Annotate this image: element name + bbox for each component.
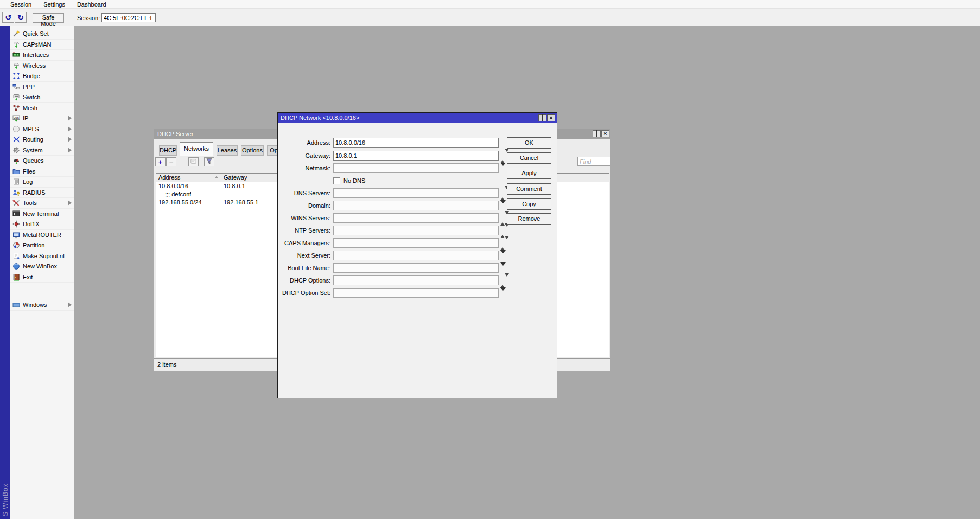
session-input[interactable] (101, 13, 156, 22)
antenna-icon (12, 41, 20, 48)
sidebar-item-files[interactable]: Files (10, 166, 74, 177)
tab-leases[interactable]: Leases (217, 145, 238, 156)
sidebar-item-routing[interactable]: Routing (10, 134, 74, 145)
sidebar-item-wireless[interactable]: Wireless (10, 61, 74, 72)
add-button[interactable]: + (155, 157, 166, 166)
sidebar-item-label: New WinBox (23, 263, 57, 270)
dropdown-control[interactable] (500, 291, 506, 295)
tab-options[interactable]: Options (241, 145, 264, 156)
netmask-input[interactable] (333, 163, 499, 173)
sidebar-gap (10, 283, 74, 300)
sidebar-item-mpls[interactable]: MPLS (10, 124, 74, 135)
sidebar-item-partition[interactable]: Partition (10, 240, 74, 251)
sidebar-item-make-supout[interactable]: Make Supout.rif (10, 251, 74, 262)
address-input[interactable] (333, 138, 499, 148)
sidebar-item-radius[interactable]: RADIUS (10, 188, 74, 198)
spinner-control[interactable] (500, 214, 506, 222)
field-label: WINS Servers: (278, 213, 330, 223)
items-count: 2 items (157, 361, 176, 368)
spinner-control[interactable] (500, 239, 506, 247)
spinner-up-icon (500, 152, 505, 163)
no-dns-checkbox[interactable] (333, 177, 340, 184)
sidebar-item-label: Files (23, 168, 35, 175)
wins-servers-input[interactable] (333, 213, 499, 223)
gateway-input[interactable] (333, 151, 499, 161)
spinner-control[interactable] (500, 189, 506, 197)
sidebar-item-system[interactable]: System (10, 145, 74, 156)
close-button[interactable]: × (547, 114, 555, 121)
sidebar-item-queues[interactable]: Queues (10, 156, 74, 166)
tab-networks[interactable]: Networks (180, 142, 213, 156)
sidebar-item-metarouter[interactable]: MetaROUTER (10, 230, 74, 241)
ntp-servers-input[interactable] (333, 226, 499, 235)
spinner-control[interactable] (500, 226, 506, 235)
sidebar-item-label: Mesh (23, 105, 37, 111)
maximize-button[interactable] (538, 114, 546, 121)
globe-icon (12, 262, 20, 270)
sidebar-item-dot1x[interactable]: Dot1X (10, 219, 74, 230)
sidebar-item-quick-set[interactable]: Quick Set (10, 29, 74, 40)
tools-icon (12, 199, 20, 207)
sidebar-item-switch[interactable]: Switch (10, 92, 74, 103)
sidebar-item-exit[interactable]: Exit (10, 272, 74, 283)
tab-dhcp[interactable]: DHCP (159, 145, 177, 156)
dialog-titlebar[interactable]: DHCP Network <10.8.0.0/16> × (278, 113, 557, 123)
sidebar-item-capsman[interactable]: CAPsMAN (10, 40, 74, 50)
sidebar-item-label: PPP (23, 84, 35, 90)
interface-icon (12, 51, 20, 59)
remove-button[interactable]: Remove (507, 213, 551, 225)
dhcp-option-set-input[interactable] (333, 288, 499, 298)
sidebar-item-mesh[interactable]: Mesh (10, 103, 74, 114)
sidebar-item-log[interactable]: Log (10, 177, 74, 188)
monitor-icon (12, 231, 20, 239)
sidebar-item-label: New Terminal (23, 210, 59, 217)
column-header-label: Address (158, 174, 180, 181)
spinner-control[interactable] (500, 276, 506, 285)
remove-button[interactable]: − (166, 157, 176, 166)
dns-servers-input[interactable] (333, 188, 499, 198)
domain-input[interactable] (333, 201, 499, 210)
sidebar-item-label: Dot1X (23, 221, 40, 227)
spinner-up-icon (500, 214, 505, 226)
find-input[interactable] (577, 157, 610, 166)
field-label: Domain: (278, 201, 330, 210)
sidebar-item-ppp[interactable]: PPP (10, 82, 74, 93)
sidebar-item-label: System (23, 147, 43, 153)
sidebar-item-bridge[interactable]: Bridge (10, 71, 74, 82)
sidebar-item-interfaces[interactable]: Interfaces (10, 50, 74, 61)
safe-mode-button[interactable]: Safe Mode (33, 13, 64, 23)
comment-button[interactable] (188, 157, 199, 166)
menu-dashboard[interactable]: Dashboard (71, 0, 112, 9)
redo-button[interactable]: ↻ (15, 12, 27, 23)
menu-settings[interactable]: Settings (37, 0, 71, 9)
filter-button[interactable] (204, 157, 214, 166)
sidebar-item-tools[interactable]: Tools (10, 198, 74, 209)
submenu-arrow-icon (68, 148, 72, 152)
column-header-address[interactable]: Address (156, 174, 221, 182)
undo-button[interactable]: ↺ (2, 12, 14, 23)
sidebar-item-windows[interactable]: Windows (10, 300, 74, 311)
apply-button[interactable]: Apply (507, 168, 551, 179)
copy-button[interactable]: Copy (507, 198, 551, 210)
cancel-button[interactable]: Cancel (507, 152, 551, 164)
spinner-control[interactable] (500, 151, 506, 160)
dropdown-control[interactable] (500, 253, 506, 258)
dropdown-control[interactable] (500, 203, 506, 208)
dhcp-options-input[interactable] (333, 275, 499, 285)
dropdown-control[interactable] (500, 266, 506, 270)
next-server-input[interactable] (333, 251, 499, 260)
sidebar-item-ip[interactable]: 255 IP (10, 113, 74, 124)
maximize-button[interactable] (593, 130, 601, 137)
field-label: Netmask: (278, 163, 330, 173)
boot-file-name-input[interactable] (333, 263, 499, 273)
ok-button[interactable]: OK (507, 137, 551, 149)
sidebar-item-new-winbox[interactable]: New WinBox (10, 261, 74, 272)
brand-vertical-text: S WinBox (2, 483, 9, 516)
caps-managers-input[interactable] (333, 238, 499, 248)
sidebar-item-new-terminal[interactable]: New Terminal (10, 209, 74, 220)
sort-ascending-icon (215, 176, 218, 178)
comment-button[interactable]: Comment (507, 183, 551, 195)
close-button[interactable]: × (601, 130, 609, 137)
menu-session[interactable]: Session (4, 0, 37, 9)
dropdown-control[interactable] (500, 166, 506, 170)
